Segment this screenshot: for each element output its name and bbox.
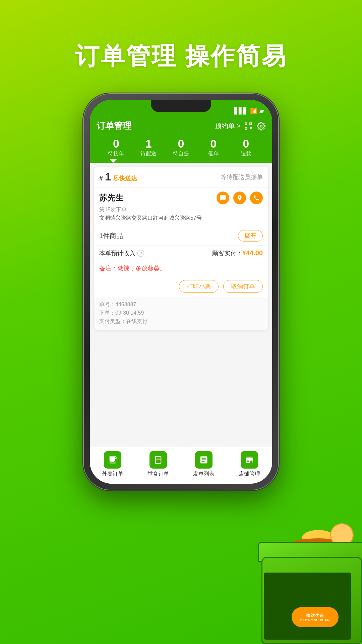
nav-dine-in-label: 堂食订单	[147, 471, 169, 478]
stat-num-3: 0	[210, 137, 217, 150]
app-header: 订单管理 预约单 >	[90, 117, 272, 163]
bottom-nav: 外卖订单 堂食订单 发单列表	[90, 447, 272, 484]
tab-indicator-4	[232, 160, 265, 161]
customer-order-count: 第15次下单	[99, 206, 263, 213]
stat-label-2: 待自提	[173, 150, 189, 157]
customer-name: 苏先生	[99, 193, 123, 203]
stat-pending-accept[interactable]: 0 待接单	[100, 137, 132, 160]
customer-pay-label: 顾客实付：¥44.00	[212, 249, 263, 257]
nav-store-management[interactable]: 店铺管理	[239, 451, 260, 478]
goods-count: 1件商品	[99, 231, 123, 240]
scan-icon[interactable]	[244, 122, 253, 130]
brand-name-en: DI DA YOU XUAN	[300, 619, 330, 622]
battery-icon: ▰	[259, 107, 264, 115]
customer-pay-value: ¥44.00	[242, 249, 263, 257]
stat-num-4: 0	[243, 137, 249, 150]
stat-label-4: 退款	[241, 150, 251, 157]
stat-num-1: 1	[145, 137, 152, 150]
notch	[151, 100, 211, 112]
wifi-icon: 📶	[250, 107, 257, 115]
goods-row: 1件商品 展开	[94, 226, 268, 246]
tab-indicator-2	[164, 160, 198, 161]
order-number: 1	[105, 171, 111, 183]
order-time-line: 下单：09-30 14:59	[99, 310, 263, 317]
order-list-icon-box	[195, 451, 213, 469]
action-row: 打印小票 取消订单	[94, 276, 268, 297]
income-row: 本单预计收入 ? 顾客实付：¥44.00	[94, 246, 268, 261]
dine-in-icon-box	[149, 451, 167, 469]
tab-indicator-active	[97, 160, 130, 161]
nav-takeout-label: 外卖订单	[102, 471, 123, 478]
note-row: 备注：微辣，多放蒜蓉。	[94, 261, 268, 276]
cancel-order-button[interactable]: 取消订单	[223, 280, 263, 293]
phone-shell: ▋▋▋ 📶 ▰ 订单管理 预约单 >	[84, 94, 278, 490]
takeout-icon	[108, 455, 117, 465]
brand-name: 嘀达优选	[306, 613, 324, 619]
order-card: # 1 尽快送达 等待配送员接单 苏先生	[94, 167, 268, 330]
svg-rect-0	[245, 123, 247, 124]
signal-icon: ▋▋▋	[234, 107, 248, 115]
order-number-section: # 1 尽快送达	[99, 171, 137, 183]
stat-label-1: 待配送	[140, 150, 157, 157]
nav-takeout[interactable]: 外卖订单	[102, 451, 123, 478]
svg-rect-1	[250, 123, 251, 124]
header-icons	[244, 122, 265, 130]
order-tag: 尽快送达	[113, 174, 137, 182]
stat-num-0: 0	[113, 137, 119, 150]
header-row: 订单管理 预约单 >	[97, 120, 265, 132]
svg-point-6	[260, 125, 262, 127]
stat-num-2: 0	[178, 137, 184, 150]
payment-line: 支付类型：在线支付	[99, 318, 263, 325]
customer-action-icons	[217, 192, 263, 204]
nav-order-list[interactable]: 发单列表	[193, 451, 215, 478]
phone-icon[interactable]	[250, 192, 263, 204]
customer-address: 文澜镇兴隆路交叉路口红河商城兴隆路57号	[99, 215, 263, 222]
box-inner	[264, 573, 351, 640]
stats-row: 0 待接单 1 待配送 0 待自提 0 催单	[97, 135, 265, 160]
phone-screen: ▋▋▋ 📶 ▰ 订单管理 预约单 >	[90, 100, 272, 484]
nav-store-label: 店铺管理	[239, 471, 260, 478]
print-button[interactable]: 打印小票	[179, 280, 219, 293]
settings-icon[interactable]	[257, 122, 265, 130]
expand-button[interactable]: 展开	[238, 230, 263, 241]
stat-urge[interactable]: 0 催单	[197, 137, 230, 160]
app-title: 订单管理	[97, 120, 131, 132]
order-header: # 1 尽快送达 等待配送员接单	[94, 167, 268, 187]
message-icon[interactable]	[217, 192, 229, 204]
nav-dine-in[interactable]: 堂食订单	[147, 451, 169, 478]
mascot-container: 嘀达优选 DI DA YOU XUAN	[241, 503, 362, 644]
order-hash: #	[99, 174, 103, 182]
store-icon	[245, 455, 254, 465]
order-no-line: 单号：4458887	[99, 301, 263, 308]
income-info-icon[interactable]: ?	[137, 250, 144, 257]
store-icon-box	[241, 451, 258, 469]
customer-row: 苏先生	[99, 192, 263, 204]
status-icons: ▋▋▋ 📶 ▰	[234, 107, 264, 115]
stat-self-pickup[interactable]: 0 待自提	[165, 137, 197, 160]
svg-rect-2	[245, 127, 247, 129]
stat-refund[interactable]: 0 退款	[230, 137, 262, 160]
stat-label-3: 催单	[208, 150, 219, 157]
location-icon[interactable]	[233, 192, 246, 204]
tab-indicator-3	[198, 160, 232, 161]
tab-indicator-row	[97, 160, 265, 163]
page-title: 订单管理 操作简易	[0, 0, 362, 72]
order-list-icon	[199, 455, 208, 465]
reservation-button[interactable]: 预约单 >	[215, 121, 241, 130]
order-meta: 单号：4458887 下单：09-30 14:59 支付类型：在线支付	[94, 297, 268, 330]
mascot-box: 嘀达优选 DI DA YOU XUAN	[241, 503, 362, 644]
income-label: 本单预计收入 ?	[99, 249, 144, 257]
dine-in-icon	[154, 455, 163, 465]
box-body	[261, 557, 362, 644]
order-status: 等待配送员接单	[221, 173, 263, 181]
takeout-icon-box	[104, 451, 121, 469]
stat-pending-delivery[interactable]: 1 待配送	[132, 137, 165, 160]
phone-mockup: ▋▋▋ 📶 ▰ 订单管理 预约单 >	[84, 94, 278, 490]
header-right: 预约单 >	[215, 121, 265, 130]
nav-order-list-label: 发单列表	[193, 471, 215, 478]
customer-section: 苏先生	[94, 187, 268, 226]
stat-label-0: 待接单	[108, 150, 124, 157]
tab-indicator-1	[130, 160, 164, 161]
brand-logo: 嘀达优选 DI DA YOU XUAN	[292, 607, 339, 627]
order-note: 备注：微辣，多放蒜蓉。	[99, 265, 166, 272]
